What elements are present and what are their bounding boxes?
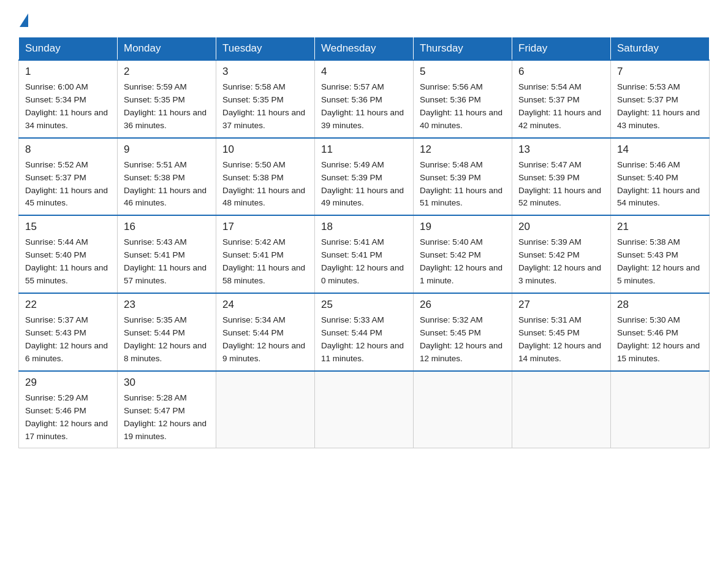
day-detail: Sunrise: 5:52 AMSunset: 5:37 PMDaylight:… [25, 159, 111, 210]
calendar-cell: 8Sunrise: 5:52 AMSunset: 5:37 PMDaylight… [19, 138, 118, 216]
day-number: 12 [420, 144, 506, 156]
day-number: 16 [124, 221, 210, 233]
day-number: 13 [518, 144, 604, 156]
day-detail: Sunrise: 5:28 AMSunset: 5:47 PMDaylight:… [124, 392, 210, 443]
header-cell-saturday: Saturday [611, 37, 710, 61]
calendar-cell [512, 371, 611, 448]
day-detail: Sunrise: 5:51 AMSunset: 5:38 PMDaylight:… [124, 159, 210, 210]
calendar-cell: 21Sunrise: 5:38 AMSunset: 5:43 PMDayligh… [611, 215, 710, 293]
day-detail: Sunrise: 5:30 AMSunset: 5:46 PMDaylight:… [617, 314, 703, 366]
calendar-cell: 4Sunrise: 5:57 AMSunset: 5:36 PMDaylight… [315, 60, 414, 138]
week-row-2: 8Sunrise: 5:52 AMSunset: 5:37 PMDaylight… [19, 138, 710, 216]
calendar-cell: 2Sunrise: 5:59 AMSunset: 5:35 PMDaylight… [118, 60, 216, 138]
day-detail: Sunrise: 5:39 AMSunset: 5:42 PMDaylight:… [518, 236, 604, 288]
day-detail: Sunrise: 5:40 AMSunset: 5:42 PMDaylight:… [420, 236, 506, 288]
day-detail: Sunrise: 5:57 AMSunset: 5:36 PMDaylight:… [321, 81, 407, 132]
day-number: 20 [518, 221, 604, 233]
day-number: 29 [25, 377, 111, 389]
day-detail: Sunrise: 5:44 AMSunset: 5:40 PMDaylight:… [25, 236, 111, 288]
day-number: 22 [25, 299, 111, 311]
day-number: 30 [124, 377, 210, 389]
day-number: 11 [321, 144, 407, 156]
calendar-cell: 30Sunrise: 5:28 AMSunset: 5:47 PMDayligh… [118, 371, 216, 448]
day-number: 17 [222, 221, 308, 233]
calendar-cell: 19Sunrise: 5:40 AMSunset: 5:42 PMDayligh… [414, 215, 512, 293]
day-detail: Sunrise: 5:46 AMSunset: 5:40 PMDaylight:… [617, 159, 703, 210]
calendar-cell [216, 371, 315, 448]
day-number: 10 [222, 144, 308, 156]
day-detail: Sunrise: 5:34 AMSunset: 5:44 PMDaylight:… [222, 314, 308, 366]
calendar-cell: 10Sunrise: 5:50 AMSunset: 5:38 PMDayligh… [216, 138, 315, 216]
header-cell-friday: Friday [512, 37, 611, 61]
day-detail: Sunrise: 5:41 AMSunset: 5:41 PMDaylight:… [321, 236, 407, 288]
calendar-cell: 7Sunrise: 5:53 AMSunset: 5:37 PMDaylight… [611, 60, 710, 138]
header-cell-thursday: Thursday [414, 37, 512, 61]
day-number: 14 [617, 144, 703, 156]
day-number: 6 [518, 66, 604, 78]
calendar-cell: 28Sunrise: 5:30 AMSunset: 5:46 PMDayligh… [611, 293, 710, 371]
day-number: 9 [124, 144, 210, 156]
day-number: 26 [420, 299, 506, 311]
header-cell-sunday: Sunday [19, 37, 118, 61]
page-header [18, 12, 710, 26]
day-detail: Sunrise: 5:59 AMSunset: 5:35 PMDaylight:… [124, 81, 210, 132]
day-number: 18 [321, 221, 407, 233]
calendar-cell: 25Sunrise: 5:33 AMSunset: 5:44 PMDayligh… [315, 293, 414, 371]
calendar-cell: 15Sunrise: 5:44 AMSunset: 5:40 PMDayligh… [19, 215, 118, 293]
calendar-cell: 6Sunrise: 5:54 AMSunset: 5:37 PMDaylight… [512, 60, 611, 138]
day-number: 3 [222, 66, 308, 78]
day-number: 19 [420, 221, 506, 233]
logo-content [18, 12, 28, 26]
day-detail: Sunrise: 5:56 AMSunset: 5:36 PMDaylight:… [420, 81, 506, 132]
calendar-cell: 22Sunrise: 5:37 AMSunset: 5:43 PMDayligh… [19, 293, 118, 371]
day-number: 23 [124, 299, 210, 311]
day-detail: Sunrise: 5:42 AMSunset: 5:41 PMDaylight:… [222, 236, 308, 288]
week-row-1: 1Sunrise: 6:00 AMSunset: 5:34 PMDaylight… [19, 60, 710, 138]
day-detail: Sunrise: 5:31 AMSunset: 5:45 PMDaylight:… [518, 314, 604, 366]
calendar-cell [611, 371, 710, 448]
day-detail: Sunrise: 5:38 AMSunset: 5:43 PMDaylight:… [617, 236, 703, 288]
day-number: 8 [25, 144, 111, 156]
day-number: 7 [617, 66, 703, 78]
day-detail: Sunrise: 5:43 AMSunset: 5:41 PMDaylight:… [124, 236, 210, 288]
day-detail: Sunrise: 5:53 AMSunset: 5:37 PMDaylight:… [617, 81, 703, 132]
calendar-cell: 9Sunrise: 5:51 AMSunset: 5:38 PMDaylight… [118, 138, 216, 216]
day-number: 4 [321, 66, 407, 78]
calendar-cell: 11Sunrise: 5:49 AMSunset: 5:39 PMDayligh… [315, 138, 414, 216]
day-detail: Sunrise: 5:48 AMSunset: 5:39 PMDaylight:… [420, 159, 506, 210]
header-cell-tuesday: Tuesday [216, 37, 315, 61]
calendar-cell: 16Sunrise: 5:43 AMSunset: 5:41 PMDayligh… [118, 215, 216, 293]
day-detail: Sunrise: 5:33 AMSunset: 5:44 PMDaylight:… [321, 314, 407, 366]
calendar-cell: 5Sunrise: 5:56 AMSunset: 5:36 PMDaylight… [414, 60, 512, 138]
day-detail: Sunrise: 5:54 AMSunset: 5:37 PMDaylight:… [518, 81, 604, 132]
day-detail: Sunrise: 5:47 AMSunset: 5:39 PMDaylight:… [518, 159, 604, 210]
calendar-cell: 27Sunrise: 5:31 AMSunset: 5:45 PMDayligh… [512, 293, 611, 371]
day-number: 15 [25, 221, 111, 233]
day-number: 21 [617, 221, 703, 233]
calendar-cell: 17Sunrise: 5:42 AMSunset: 5:41 PMDayligh… [216, 215, 315, 293]
calendar-cell [414, 371, 512, 448]
calendar-cell: 23Sunrise: 5:35 AMSunset: 5:44 PMDayligh… [118, 293, 216, 371]
calendar-table: SundayMondayTuesdayWednesdayThursdayFrid… [18, 37, 710, 448]
day-number: 2 [124, 66, 210, 78]
calendar-cell: 12Sunrise: 5:48 AMSunset: 5:39 PMDayligh… [414, 138, 512, 216]
week-row-4: 22Sunrise: 5:37 AMSunset: 5:43 PMDayligh… [19, 293, 710, 371]
calendar-cell [315, 371, 414, 448]
day-detail: Sunrise: 5:37 AMSunset: 5:43 PMDaylight:… [25, 314, 111, 366]
day-number: 1 [25, 66, 111, 78]
day-detail: Sunrise: 5:35 AMSunset: 5:44 PMDaylight:… [124, 314, 210, 366]
day-detail: Sunrise: 5:29 AMSunset: 5:46 PMDaylight:… [25, 392, 111, 443]
calendar-cell: 24Sunrise: 5:34 AMSunset: 5:44 PMDayligh… [216, 293, 315, 371]
day-detail: Sunrise: 5:58 AMSunset: 5:35 PMDaylight:… [222, 81, 308, 132]
day-detail: Sunrise: 6:00 AMSunset: 5:34 PMDaylight:… [25, 81, 111, 132]
day-number: 28 [617, 299, 703, 311]
week-row-3: 15Sunrise: 5:44 AMSunset: 5:40 PMDayligh… [19, 215, 710, 293]
logo-triangle-icon [20, 13, 28, 27]
day-number: 27 [518, 299, 604, 311]
calendar-cell: 1Sunrise: 6:00 AMSunset: 5:34 PMDaylight… [19, 60, 118, 138]
week-row-5: 29Sunrise: 5:29 AMSunset: 5:46 PMDayligh… [19, 371, 710, 448]
calendar-cell: 3Sunrise: 5:58 AMSunset: 5:35 PMDaylight… [216, 60, 315, 138]
logo [18, 12, 28, 26]
calendar-cell: 13Sunrise: 5:47 AMSunset: 5:39 PMDayligh… [512, 138, 611, 216]
day-number: 24 [222, 299, 308, 311]
